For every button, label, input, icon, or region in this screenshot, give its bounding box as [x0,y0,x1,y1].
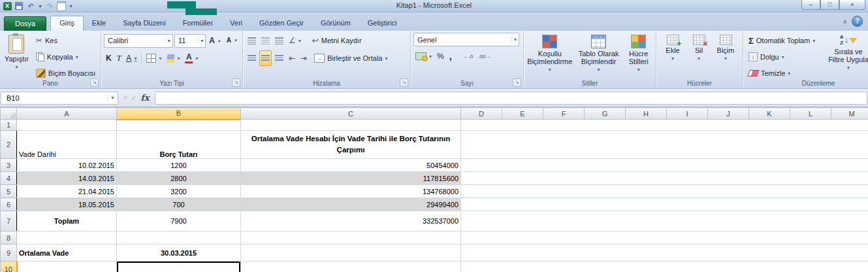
cell-C6[interactable]: 29499400 [241,198,461,211]
accounting-format-button[interactable]: ▾ [413,48,434,64]
cell-A10[interactable] [17,262,117,272]
grow-font-button[interactable]: A▲ [207,33,223,48]
column-header-G[interactable]: G [585,108,626,120]
tab-formuller[interactable]: Formüller [174,16,221,31]
column-header-K[interactable]: K [749,108,790,120]
cell-B4[interactable]: 2800 [117,172,241,185]
cell-A8[interactable] [17,231,117,245]
cells-region[interactable] [461,120,868,131]
cell-A9[interactable]: Ortalama Vade [17,245,117,262]
bold-button[interactable]: K [104,50,114,66]
qat-sheet-button[interactable] [56,1,67,11]
column-header-I[interactable]: I [667,108,708,120]
cell-B6[interactable]: 700 [117,198,241,211]
font-dialog-launcher[interactable]: ↘ [232,78,240,87]
cell-styles-button[interactable]: Hücre Stilleri ▾ [624,33,653,73]
font-name-dropdown-icon[interactable]: ▾ [165,38,170,44]
clear-button[interactable]: Temizle ▾ [746,65,826,81]
cell-B2[interactable]: Borç Tutarı [117,131,241,159]
shrink-font-button[interactable]: A▼ [225,33,240,48]
cells-region[interactable] [461,185,868,198]
cells-region[interactable] [461,262,868,272]
cell-B9[interactable]: 30.03.2015 [117,245,241,262]
tab-gelistirici[interactable]: Geliştirici [359,16,406,31]
cell-A6[interactable]: 18.05.2015 [17,198,117,211]
row-header-10[interactable]: 10 [1,262,17,272]
name-box-dropdown-icon[interactable]: ▾ [107,95,118,101]
cell-C4[interactable]: 117815600 [241,172,461,185]
row-header-5[interactable]: 5 [1,185,17,198]
active-cell-B10[interactable] [117,262,241,272]
column-header-H[interactable]: H [626,108,667,120]
qat-customize-icon[interactable]: ▾ [68,1,74,11]
cells-region[interactable] [461,245,868,262]
paste-dropdown-icon[interactable]: ▾ [15,64,18,70]
minimize-ribbon-icon[interactable]: ∧ [843,18,847,25]
cell-B3[interactable]: 1200 [117,159,241,172]
insert-cells-button[interactable]: + Ekle ▾ [660,33,685,61]
cells-region[interactable] [461,198,868,211]
format-painter-button[interactable]: Biçim Boyacısı [33,65,98,81]
cell-A1[interactable] [17,120,117,131]
save-button[interactable] [14,1,24,11]
align-center-button[interactable] [259,50,272,66]
align-right-button[interactable] [273,50,285,66]
number-format-dropdown-icon[interactable]: ▾ [511,37,517,42]
column-header-A[interactable]: A [17,108,117,120]
cell-C3[interactable]: 50454000 [241,159,461,172]
fill-color-button[interactable]: ▾ [165,50,182,66]
cell-B1[interactable] [117,120,241,131]
font-color-button[interactable]: A▾ [183,50,200,66]
cell-B5[interactable]: 3200 [117,185,241,198]
minimize-button[interactable]: – [801,0,820,10]
decrease-decimal-button[interactable]: .00→ [476,52,492,61]
autosum-button[interactable]: Σ Otomatik Toplam ▾ [746,33,826,48]
cells-region[interactable] [461,211,868,231]
delete-cells-button[interactable]: × Sil ▾ [688,33,710,61]
borders-button[interactable]: ▾ [144,50,163,66]
insert-function-button[interactable]: fx [140,93,149,103]
align-bottom-button[interactable] [273,33,285,48]
italic-button[interactable]: T [115,50,123,66]
file-tab[interactable]: Dosya [4,16,46,31]
cells-region[interactable] [461,159,868,172]
font-name-combo[interactable]: Calibri ▾ [104,34,173,48]
select-all-button[interactable] [1,108,17,120]
increase-indent-button[interactable]: ⇥ [298,50,309,66]
column-header-M[interactable]: M [831,108,868,120]
column-header-D[interactable]: D [461,108,502,120]
row-header-2[interactable]: 2 [1,131,17,159]
column-header-E[interactable]: E [502,108,543,120]
row-header-8[interactable]: 8 [1,231,17,245]
fill-button[interactable]: ↓ Dolgu ▾ [746,49,826,65]
orientation-button[interactable]: ∠▾ [287,33,303,48]
column-header-J[interactable]: J [708,108,749,120]
conditional-formatting-button[interactable]: Koşullu Biçimlendirme ▾ [526,33,573,73]
align-left-button[interactable] [246,50,258,66]
column-header-B[interactable]: B [117,108,241,120]
align-top-button[interactable] [246,33,258,48]
cell-A5[interactable]: 21.04.2015 [17,185,117,198]
comma-style-button[interactable]: , [447,48,454,64]
cell-C1[interactable] [241,120,461,131]
cell-C2[interactable]: Ortalama Vade Hesabı İçin Vade Tarihi il… [241,131,461,159]
underline-button[interactable]: A▾ [124,50,138,66]
undo-button[interactable]: ↶ [25,1,36,11]
cell-C7[interactable]: 332537000 [241,211,461,231]
copy-button[interactable]: Kopyala ▾ [33,49,98,65]
row-header-9[interactable]: 9 [1,245,17,262]
sort-filter-button[interactable]: AZ ↓ Sırala ve Filtre Uygula ▾ [828,33,868,71]
undo-dropdown-icon[interactable]: ▾ [37,1,43,11]
redo-button[interactable]: ↷ [44,1,55,11]
cell-A2[interactable]: Vade Darihi [17,131,117,159]
cell-A7[interactable]: Toplam [17,211,117,231]
row-header-1[interactable]: 1 [1,120,17,131]
font-size-dropdown-icon[interactable]: ▾ [198,38,203,44]
cells-region[interactable] [461,172,868,185]
font-size-combo[interactable]: 11 ▾ [174,34,206,48]
clipboard-dialog-launcher[interactable]: ↘ [90,78,99,87]
row-header-6[interactable]: 6 [1,198,17,211]
wrap-text-button[interactable]: ↩ Metni Kaydır [310,33,364,48]
increase-decimal-button[interactable]: ←.0 [462,52,475,61]
maximize-button[interactable]: □ [820,0,839,10]
